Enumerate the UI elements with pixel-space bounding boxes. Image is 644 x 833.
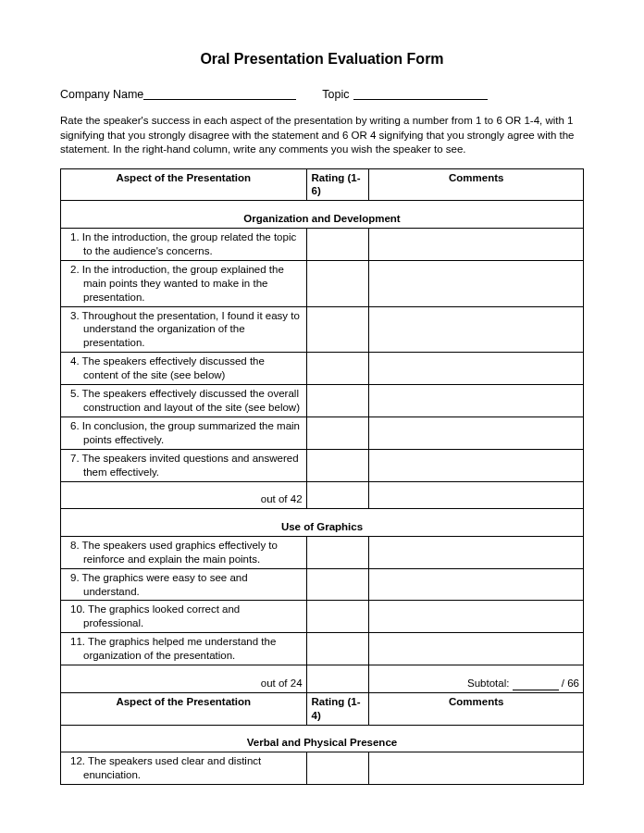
rating-cell[interactable] xyxy=(306,306,369,353)
table-row: 8. The speakers used graphics effectivel… xyxy=(61,536,584,568)
rating-cell[interactable] xyxy=(306,568,369,601)
item-text: 12. The speakers used clear and distinct… xyxy=(79,754,302,782)
comments-cell[interactable] xyxy=(369,752,584,784)
rating-cell[interactable] xyxy=(306,536,369,568)
rating-cell[interactable] xyxy=(306,353,369,385)
item-text: 9. The graphics were easy to see and und… xyxy=(79,571,302,599)
rating-cell[interactable] xyxy=(306,601,369,633)
table-row: 5. The speakers effectively discussed th… xyxy=(61,385,584,417)
comments-cell[interactable] xyxy=(369,417,584,450)
comments-cell[interactable] xyxy=(369,568,584,601)
rating-cell[interactable] xyxy=(306,385,369,417)
section-verbal-title: Verbal and Physical Presence xyxy=(61,734,584,752)
out-of-42: out of 42 xyxy=(61,491,307,508)
header-rating-16: Rating (1-6) xyxy=(306,168,369,201)
item-text: 7. The speakers invited questions and an… xyxy=(79,452,302,479)
table-row: 2. In the introduction, the group explai… xyxy=(61,260,584,306)
table-row: 12. The speakers used clear and distinct… xyxy=(61,752,584,784)
item-text: 2. In the introduction, the group explai… xyxy=(79,263,302,305)
rating-cell[interactable] xyxy=(306,752,369,784)
comments-cell[interactable] xyxy=(369,353,584,385)
item-text: 4. The speakers effectively discussed th… xyxy=(79,354,302,382)
table-header-row: Aspect of the Presentation Rating (1-6) … xyxy=(61,168,584,201)
item-text: 6. In conclusion, the group summarized t… xyxy=(79,419,302,447)
comments-cell[interactable] xyxy=(369,633,584,665)
section-organization-title: Organization and Development xyxy=(61,210,584,228)
rating-total-cell[interactable] xyxy=(306,675,369,692)
out-of-row: out of 24 Subtotal: / 66 xyxy=(61,675,584,692)
topic-input[interactable] xyxy=(353,88,488,100)
rating-total-cell[interactable] xyxy=(306,491,369,508)
subtotal-cell: Subtotal: / 66 xyxy=(369,675,584,692)
comments-cell[interactable] xyxy=(369,449,584,481)
evaluation-table: Aspect of the Presentation Rating (1-6) … xyxy=(60,168,584,785)
item-text: 1. In the introduction, the group relate… xyxy=(79,230,302,258)
rating-cell[interactable] xyxy=(306,260,369,306)
table-row: 11. The graphics helped me understand th… xyxy=(61,633,584,665)
item-text: 5. The speakers effectively discussed th… xyxy=(79,387,302,415)
item-text: 10. The graphics looked correct and prof… xyxy=(79,603,302,630)
rating-cell[interactable] xyxy=(306,417,369,450)
company-name-label: Company Name xyxy=(60,88,143,101)
meta-line: Company Name Topic xyxy=(60,88,584,101)
subtotal-input[interactable] xyxy=(513,679,559,690)
topic-label: Topic xyxy=(322,88,349,101)
table-row: 1. In the introduction, the group relate… xyxy=(61,228,584,260)
page-title: Oral Presentation Evaluation Form xyxy=(60,51,584,68)
rating-cell[interactable] xyxy=(306,228,369,260)
comments-cell[interactable] xyxy=(369,228,584,260)
item-text: 11. The graphics helped me understand th… xyxy=(79,635,302,663)
out-of-row: out of 42 xyxy=(61,491,584,508)
header-rating-14: Rating (1-4) xyxy=(306,692,369,725)
header-comments: Comments xyxy=(369,168,584,201)
comments-cell[interactable] xyxy=(369,536,584,568)
table-header-row-2: Aspect of the Presentation Rating (1-4) … xyxy=(61,692,584,725)
section-graphics-title: Use of Graphics xyxy=(61,518,584,536)
instructions-text: Rate the speaker's success in each aspec… xyxy=(60,114,584,157)
company-name-input[interactable] xyxy=(143,88,296,100)
item-text: 8. The speakers used graphics effectivel… xyxy=(79,539,302,566)
table-row: 10. The graphics looked correct and prof… xyxy=(61,601,584,633)
header-aspect-2: Aspect of the Presentation xyxy=(61,692,307,725)
table-row: 6. In conclusion, the group summarized t… xyxy=(61,417,584,450)
table-row: 9. The graphics were easy to see and und… xyxy=(61,568,584,601)
header-aspect: Aspect of the Presentation xyxy=(61,168,307,201)
comments-cell[interactable] xyxy=(369,601,584,633)
rating-cell[interactable] xyxy=(306,633,369,665)
table-row: 4. The speakers effectively discussed th… xyxy=(61,353,584,385)
comments-cell[interactable] xyxy=(369,306,584,353)
rating-cell[interactable] xyxy=(306,449,369,481)
comments-cell[interactable] xyxy=(369,260,584,306)
comments-cell[interactable] xyxy=(369,385,584,417)
out-of-24: out of 24 xyxy=(61,675,307,692)
header-comments-2: Comments xyxy=(369,692,584,725)
table-row: 7. The speakers invited questions and an… xyxy=(61,449,584,481)
table-row: 3. Throughout the presentation, I found … xyxy=(61,306,584,353)
item-text: 3. Throughout the presentation, I found … xyxy=(79,309,302,351)
